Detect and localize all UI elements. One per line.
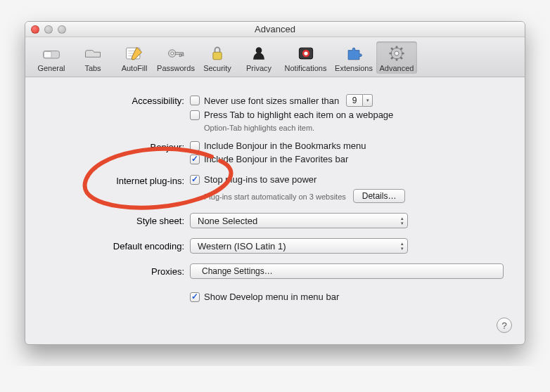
popup-stylesheet-value: None Selected [198,216,257,226]
tab-label: AutoFill [114,64,155,72]
switch-icon [40,44,63,63]
tab-security[interactable]: Security [197,41,238,74]
close-icon[interactable] [31,25,39,34]
details-button[interactable]: Details… [353,189,406,203]
puzzle-icon [343,44,365,63]
label-bonjour: Bonjour: [46,141,190,152]
text-develop-menu: Show Develop menu in menu bar [204,292,339,302]
checkbox-bonjour-favorites[interactable] [190,155,200,164]
tab-extensions[interactable]: Extensions [332,41,376,74]
text-press-tab: Press Tab to highlight each item on a we… [204,110,393,120]
tab-notifications[interactable]: Notifications [280,41,331,74]
tab-passwords[interactable]: Passwords [155,41,196,74]
label-plugins: Internet plug-ins: [46,174,190,186]
svg-point-7 [171,52,174,55]
checkbox-press-tab[interactable] [190,110,200,120]
row-accessibility: Accessibility: Never use font sizes smal… [46,94,504,132]
chevron-down-icon: ▾ [363,94,373,107]
label-proxies: Proxies: [46,266,190,277]
tab-label: Tabs [72,64,113,72]
silhouette-icon [248,44,270,63]
tab-label: Security [197,64,238,72]
tab-label: Extensions [332,64,376,72]
preferences-window: Advanced General Tabs AutoFill [25,21,525,345]
svg-point-14 [304,51,307,55]
minimize-icon[interactable] [44,25,53,34]
updown-icon: ▴▾ [401,216,404,226]
svg-line-24 [391,57,393,59]
font-size-stepper[interactable]: 9 ▾ [346,94,373,107]
tab-advanced[interactable]: Advanced [376,41,417,74]
key-icon [165,44,187,63]
svg-line-23 [400,48,402,50]
popup-stylesheet[interactable]: None Selected ▴▾ [190,213,408,228]
content-area: Accessibility: Never use font sizes smal… [25,77,525,344]
tab-label: Notifications [280,64,331,72]
lock-icon [206,44,229,63]
svg-rect-10 [182,54,184,56]
popup-encoding-value: Western (ISO Latin 1) [198,241,286,251]
help-button[interactable]: ? [497,318,512,333]
traffic-lights [31,25,66,34]
gear-icon [385,44,408,63]
tab-label: Passwords [155,64,196,72]
change-settings-button[interactable]: Change Settings… [190,263,504,279]
row-plugins: Internet plug-ins: Stop plug-ins to save… [46,174,504,203]
svg-line-22 [400,57,402,59]
text-never-font: Never use font sizes smaller than [204,96,339,106]
tab-tabs[interactable]: Tabs [72,41,113,74]
tab-label: General [31,64,72,72]
text-stop-plugins: Stop plug-ins to save power [204,174,316,185]
tab-privacy[interactable]: Privacy [238,41,279,74]
row-stylesheet: Style sheet: None Selected ▴▾ [46,213,504,228]
checkbox-stop-plugins[interactable] [190,175,200,185]
svg-rect-9 [179,54,181,57]
checkbox-develop-menu[interactable] [190,292,200,302]
row-develop: Show Develop menu in menu bar [46,292,504,302]
tab-autofill[interactable]: AutoFill [114,41,155,74]
label-encoding: Default encoding: [46,241,190,251]
font-size-value: 9 [346,94,363,107]
checkbox-bonjour-bookmarks[interactable] [190,141,200,151]
note-plugin-sites: Plug-ins start automatically on 3 websit… [204,192,346,201]
text-bonjour-favorites: Include Bonjour in the Favorites bar [204,154,348,164]
svg-point-16 [395,51,399,55]
window-title: Advanced [25,24,525,34]
tab-label: Advanced [376,64,417,72]
note-option-tab: Option-Tab highlights each item. [204,124,504,132]
svg-line-21 [391,48,393,50]
svg-rect-1 [44,51,52,58]
pencil-form-icon [123,44,146,63]
updown-icon: ▴▾ [401,241,404,251]
tab-icon [82,44,104,63]
tab-label: Privacy [238,64,279,72]
label-stylesheet: Style sheet: [46,216,190,226]
row-bonjour: Bonjour: Include Bonjour in the Bookmark… [46,141,504,164]
titlebar: Advanced [25,22,525,37]
tab-general[interactable]: General [31,41,72,74]
svg-rect-11 [213,52,222,60]
notification-icon [295,44,317,63]
row-encoding: Default encoding: Western (ISO Latin 1) … [46,238,504,254]
row-proxies: Proxies: Change Settings… [46,263,504,279]
toolbar: General Tabs AutoFill Passwords [25,37,525,77]
checkbox-font-size[interactable] [190,96,200,105]
zoom-icon[interactable] [58,25,66,34]
popup-encoding[interactable]: Western (ISO Latin 1) ▴▾ [190,238,408,254]
text-bonjour-bookmarks: Include Bonjour in the Bookmarks menu [204,141,366,151]
label-accessibility: Accessibility: [46,94,190,106]
help-icon: ? [501,320,506,331]
